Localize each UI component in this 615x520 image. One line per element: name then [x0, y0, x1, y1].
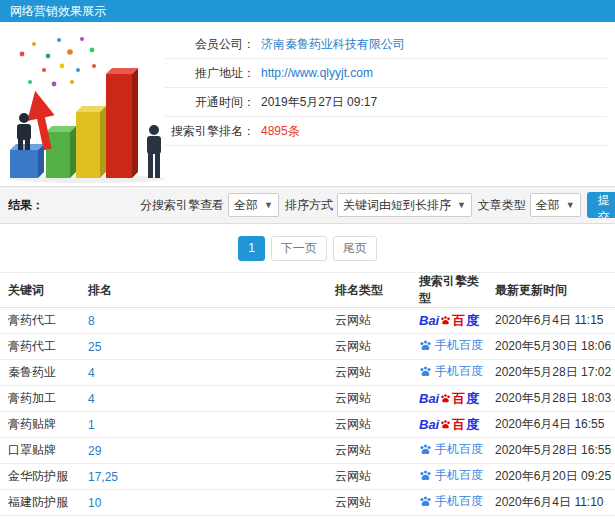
pagination: 1 下一页 尾页: [0, 224, 615, 272]
member-summary-section: 会员公司： 济南秦鲁药业科技有限公司 推广地址： http://www.qlyy…: [0, 22, 615, 186]
site-label: 推广地址：: [165, 65, 255, 82]
table-row: 福建防护服 10 云网站 手机百度 2020年6月4日 11:10: [0, 490, 615, 516]
result-label: 结果：: [8, 197, 140, 214]
submit-button[interactable]: 提交: [587, 192, 615, 218]
info-row-site: 推广地址： http://www.qlyyjt.com: [165, 59, 607, 88]
engine-cell: 手机百度: [411, 490, 487, 516]
bar-chart-clipart: [2, 28, 174, 184]
updated-cell: 2020年5月28日 17:02: [487, 360, 615, 386]
baidu-paw-icon: [419, 339, 432, 352]
table-row: 膏药加工 4 云网站 Bai百度 2020年5月28日 18:03: [0, 386, 615, 412]
engine-cell: 手机百度: [411, 334, 487, 360]
col-header-engine-type: 搜索引擎类型: [411, 273, 487, 308]
rank-table: 关键词 排名 排名类型 搜索引擎类型 最新更新时间 膏药代工 8 云网站 Bai…: [0, 272, 615, 520]
keyword-cell: 秦鲁药业: [0, 360, 80, 386]
rank-type-cell: 云网站: [327, 490, 411, 516]
sort-group: 排序方式 关键词由短到长排序 ▼: [285, 193, 472, 217]
rank-type-cell: 云网站: [327, 360, 411, 386]
baidu-paw-icon: [440, 419, 451, 430]
table-row: 膏药代工 8 云网站 Bai百度 2020年6月4日 11:15: [0, 308, 615, 334]
rank-type-cell: 云网站: [327, 412, 411, 438]
rank-link[interactable]: 8: [88, 314, 95, 328]
person-right: [147, 125, 161, 178]
updated-cell: 2020年6月4日 16:55: [487, 412, 615, 438]
mobile-baidu-text: 手机百度: [435, 339, 483, 351]
col-header-keyword: 关键词: [0, 273, 80, 308]
baidu-logo: Bai百度: [419, 314, 479, 327]
confetti-dots: [20, 37, 96, 86]
filter-bar: 结果： 分搜索引擎查看 全部 ▼ 排序方式 关键词由短到长排序 ▼ 文章类型 全…: [0, 186, 615, 224]
rank-link[interactable]: 1: [88, 418, 95, 432]
page: 网络营销效果展示: [0, 0, 615, 520]
engine-cell: 手机百度: [411, 438, 487, 464]
info-row-rank-count: 搜索引擎排名： 4895条: [165, 117, 607, 146]
updated-cell: 2020年5月28日 16:55: [487, 438, 615, 464]
mobile-baidu-text: 手机百度: [435, 365, 483, 377]
page-number-current[interactable]: 1: [238, 236, 265, 261]
sort-select[interactable]: 关键词由短到长排序 ▼: [337, 193, 472, 217]
engine-cell: Bai百度: [411, 412, 487, 438]
table-row: 金华防护服 17,25 云网站 手机百度 2020年6月20日 09:25: [0, 464, 615, 490]
rank-link[interactable]: 10: [88, 496, 101, 510]
updated-cell: 2020年6月20日 09:25: [487, 464, 615, 490]
rank-type-cell: 云网站: [327, 308, 411, 334]
engine-filter-value: 全部: [234, 197, 258, 214]
next-page-button[interactable]: 下一页: [271, 236, 327, 261]
keyword-cell: [0, 516, 80, 520]
keyword-cell: 膏药贴牌: [0, 412, 80, 438]
page-title: 网络营销效果展示: [10, 4, 106, 18]
mobile-baidu-text: 手机百度: [435, 495, 483, 507]
baidu-logo: Bai百度: [419, 392, 479, 405]
table-header-row: 关键词 排名 排名类型 搜索引擎类型 最新更新时间: [0, 273, 615, 308]
rank-link[interactable]: 25: [88, 340, 101, 354]
rank-link[interactable]: 17,25: [88, 470, 118, 484]
col-header-updated: 最新更新时间: [487, 273, 615, 308]
chevron-down-icon: ▼: [264, 200, 273, 210]
table-row: 秦鲁药业 4 云网站 手机百度 2020年5月28日 17:02: [0, 360, 615, 386]
keyword-cell: 膏药加工: [0, 386, 80, 412]
sort-label: 排序方式: [285, 197, 333, 214]
table-row: 口罩贴牌 29 云网站 手机百度 2020年5月28日 16:55: [0, 438, 615, 464]
company-label: 会员公司：: [165, 36, 255, 53]
rank-count-value: 4895条: [261, 123, 300, 140]
baidu-paw-icon: [419, 443, 432, 456]
keyword-cell: 口罩贴牌: [0, 438, 80, 464]
rank-type-cell: [327, 516, 411, 520]
col-header-rank: 排名: [80, 273, 327, 308]
updated-cell: 2020年5月28日 18:03: [487, 386, 615, 412]
last-page-button[interactable]: 尾页: [333, 236, 377, 261]
engine-cell: Bai百度: [411, 386, 487, 412]
site-link[interactable]: http://www.qlyyjt.com: [261, 66, 373, 80]
company-link[interactable]: 济南秦鲁药业科技有限公司: [261, 36, 405, 53]
chart-bars: [10, 68, 138, 178]
rank-type-cell: 云网站: [327, 464, 411, 490]
engine-filter-select[interactable]: 全部 ▼: [228, 193, 279, 217]
rank-type-cell: 云网站: [327, 334, 411, 360]
opened-label: 开通时间：: [165, 94, 255, 111]
engine-cell: 手机百度: [411, 516, 487, 520]
engine-cell: 手机百度: [411, 464, 487, 490]
table-row: 膏药代工 25 云网站 手机百度 2020年5月30日 18:06: [0, 334, 615, 360]
mobile-baidu-label: 手机百度: [419, 365, 483, 378]
article-type-select[interactable]: 全部 ▼: [530, 193, 581, 217]
rank-link[interactable]: 4: [88, 366, 95, 380]
baidu-paw-icon: [419, 365, 432, 378]
engine-cell: Bai百度: [411, 308, 487, 334]
chevron-down-icon: ▼: [566, 200, 575, 210]
baidu-paw-icon: [440, 315, 451, 326]
baidu-paw-icon: [440, 393, 451, 404]
updated-cell: [487, 516, 615, 520]
rank-link[interactable]: 29: [88, 444, 101, 458]
baidu-paw-icon: [419, 495, 432, 508]
keyword-cell: 福建防护服: [0, 490, 80, 516]
rank-count-label: 搜索引擎排名：: [165, 123, 255, 140]
engine-cell: 手机百度: [411, 360, 487, 386]
engine-filter-label: 分搜索引擎查看: [140, 197, 224, 214]
table-row: 手机百度: [0, 516, 615, 520]
mobile-baidu-text: 手机百度: [435, 469, 483, 481]
rank-link[interactable]: 4: [88, 392, 95, 406]
table-body: 膏药代工 8 云网站 Bai百度 2020年6月4日 11:15 膏药代工 25…: [0, 308, 615, 520]
info-row-company: 会员公司： 济南秦鲁药业科技有限公司: [165, 30, 607, 59]
rank-type-cell: 云网站: [327, 386, 411, 412]
mobile-baidu-label: 手机百度: [419, 469, 483, 482]
